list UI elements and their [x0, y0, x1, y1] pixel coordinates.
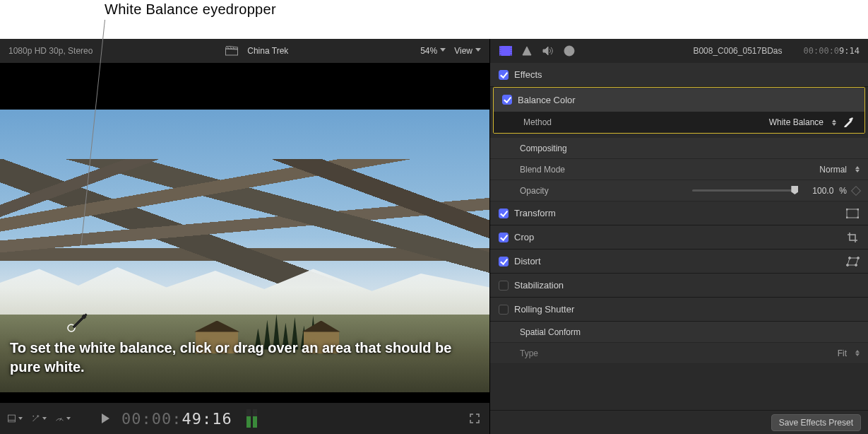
distort-tool-icon[interactable] [845, 256, 860, 267]
method-stepper-icon[interactable] [832, 119, 836, 126]
method-row: Method White Balance [494, 112, 864, 133]
svg-rect-9 [500, 47, 501, 48]
crop-label: Crop [514, 232, 534, 242]
retime-tool-dropdown[interactable] [55, 411, 71, 426]
fullscreen-button[interactable] [467, 411, 482, 426]
balance-color-checkbox[interactable] [502, 95, 512, 105]
spatial-conform-header: Spatial Conform [490, 322, 868, 343]
inspector-body: Effects Balance Color Method White Balan… [490, 63, 868, 410]
opacity-slider[interactable] [692, 189, 798, 192]
type-row: Type Fit [490, 343, 868, 364]
video-inspector-tab[interactable] [499, 45, 513, 57]
chevron-down-icon [475, 48, 481, 54]
blend-mode-stepper-icon[interactable] [855, 166, 860, 172]
method-value[interactable]: White Balance [769, 117, 824, 127]
annotation-callout: White Balance eyedropper [0, 0, 868, 39]
project-title: China Trek [247, 46, 288, 56]
timecode-display[interactable]: 00:00:49:16 [121, 410, 232, 428]
transform-checkbox[interactable] [499, 209, 509, 218]
blend-mode-value[interactable]: Normal [819, 165, 847, 175]
enhance-tool-dropdown[interactable] [31, 411, 47, 426]
eyedropper-cursor-icon [67, 311, 88, 332]
info-inspector-tab[interactable]: i [562, 45, 576, 57]
clip-timecode: 00:00:09:14 [804, 46, 860, 56]
viewer-instruction-overlay: To set the white balance, click or drag … [10, 339, 480, 377]
svg-rect-23 [857, 217, 859, 218]
inspector-pane: i B008_C006_0517BDas 00:00:09:14 Effects… [490, 39, 868, 434]
slider-thumb-icon[interactable] [791, 186, 798, 194]
svg-rect-19 [847, 209, 858, 218]
distort-checkbox[interactable] [499, 257, 509, 266]
rolling-shutter-label: Rolling Shutter [514, 304, 574, 315]
transform-section-header[interactable]: Transform [490, 201, 868, 225]
rolling-shutter-section-header[interactable]: Rolling Shutter [490, 298, 868, 322]
clip-tc-dim: 00:00:0 [804, 46, 840, 56]
audio-meters [246, 409, 257, 428]
transform-tool-icon[interactable] [845, 208, 860, 219]
viewer-toolbar: 1080p HD 30p, Stereo China Trek 54% View [0, 39, 489, 63]
crop-checkbox[interactable] [499, 233, 509, 242]
timecode-main: 49:16 [182, 410, 232, 428]
svg-rect-10 [500, 49, 501, 50]
balance-color-group: Balance Color Method White Balance [493, 87, 865, 134]
transform-tool-dropdown[interactable] [7, 411, 23, 426]
opacity-value[interactable]: 100.0 [804, 186, 833, 196]
save-effects-preset-button[interactable]: Save Effects Preset [771, 414, 861, 431]
color-inspector-tab[interactable] [520, 45, 534, 57]
clip-name-label: B008_C006_0517BDas [693, 46, 782, 56]
balance-color-label: Balance Color [518, 95, 576, 105]
annotation-text: White Balance eyedropper [105, 1, 276, 17]
crop-section-header[interactable]: Crop [490, 225, 868, 250]
inspector-footer: Save Effects Preset [490, 410, 868, 434]
zoom-value: 54% [420, 46, 437, 56]
video-frame: To set the white balance, click or drag … [0, 110, 489, 392]
type-stepper-icon[interactable] [855, 350, 860, 356]
svg-rect-20 [846, 209, 848, 210]
svg-rect-2 [8, 415, 16, 422]
distort-label: Distort [514, 256, 541, 266]
audio-inspector-tab[interactable] [541, 45, 555, 57]
opacity-row: Opacity 100.0 % [490, 180, 868, 201]
viewer-pane: 1080p HD 30p, Stereo China Trek 54% View [0, 39, 490, 434]
blend-mode-row: Blend Mode Normal [490, 159, 868, 180]
blend-mode-label: Blend Mode [520, 165, 619, 175]
svg-text:i: i [568, 47, 570, 55]
opacity-unit: % [839, 186, 847, 196]
viewer-canvas[interactable]: To set the white balance, click or drag … [0, 63, 489, 403]
viewer-format-label: 1080p HD 30p, Stereo [8, 46, 93, 56]
type-value[interactable]: Fit [838, 348, 847, 358]
svg-point-27 [855, 264, 857, 266]
play-button[interactable] [97, 411, 113, 426]
clapperboard-icon [225, 45, 239, 57]
transform-label: Transform [514, 208, 556, 218]
keyframe-button[interactable] [851, 185, 861, 195]
clip-tc-bright: 9:14 [839, 46, 860, 56]
inspector-toolbar: i B008_C006_0517BDas 00:00:09:14 [490, 39, 868, 63]
timecode-prefix: 00:00: [121, 410, 182, 428]
svg-point-24 [847, 264, 849, 266]
view-dropdown[interactable]: View [454, 46, 481, 56]
stabilization-checkbox[interactable] [499, 281, 509, 291]
stabilization-section-header[interactable]: Stabilization [490, 274, 868, 298]
type-label: Type [520, 348, 619, 358]
app-window: 1080p HD 30p, Stereo China Trek 54% View [0, 39, 868, 434]
eyedropper-button[interactable] [842, 115, 856, 131]
svg-point-26 [857, 257, 860, 259]
svg-rect-21 [857, 209, 859, 210]
effects-checkbox[interactable] [499, 70, 509, 80]
effects-section-header[interactable]: Effects [490, 63, 868, 87]
crop-tool-icon[interactable] [845, 232, 860, 243]
svg-rect-14 [511, 49, 512, 50]
svg-rect-15 [511, 51, 512, 52]
distort-section-header[interactable]: Distort [490, 250, 868, 274]
method-label: Method [523, 117, 622, 127]
rolling-shutter-checkbox[interactable] [499, 305, 509, 315]
svg-rect-12 [500, 53, 501, 54]
svg-rect-13 [511, 47, 512, 48]
svg-rect-11 [500, 51, 501, 52]
svg-point-25 [849, 257, 851, 259]
balance-color-header[interactable]: Balance Color [494, 88, 864, 112]
chevron-down-icon [440, 48, 446, 54]
zoom-dropdown[interactable]: 54% [420, 46, 446, 56]
compositing-header: Compositing [490, 138, 868, 159]
